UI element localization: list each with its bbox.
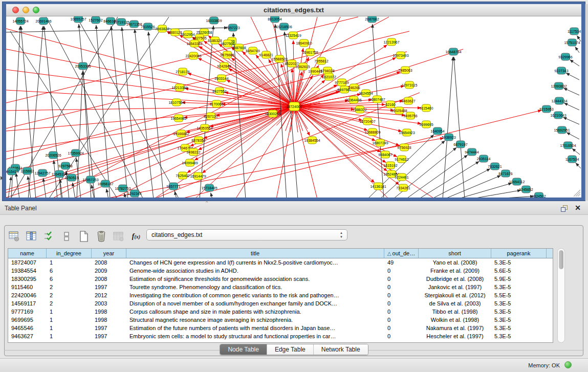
graph-node[interactable]: 746266 (348, 84, 360, 91)
graph-node[interactable]: 19654923 (399, 129, 415, 136)
column-header-name[interactable]: name (8, 249, 47, 258)
graph-node[interactable]: 1167534 (565, 156, 579, 163)
graph-edge[interactable] (122, 27, 138, 198)
graph-node[interactable]: 1640954 (430, 127, 444, 135)
graph-node[interactable]: 1117534 (568, 28, 581, 35)
graph-node[interactable]: 9474444 (465, 148, 478, 156)
graph-node[interactable]: 8813054 (268, 16, 281, 23)
graph-node[interactable]: 16958187 (97, 180, 113, 187)
graph-node[interactable]: 14099489 (182, 159, 198, 166)
column-header-short[interactable]: short (419, 249, 491, 258)
graph-node[interactable]: 2935114 (477, 155, 491, 162)
table-row[interactable]: 946362711997Embryonic stem cells: a mode… (8, 332, 553, 340)
graph-node[interactable]: 12213967 (383, 38, 399, 46)
graph-node[interactable]: 20691406 (35, 17, 51, 25)
graph-node[interactable]: 7625402 (176, 172, 189, 179)
window-titlebar[interactable]: citations_edges.txt (6, 4, 581, 16)
graph-node[interactable]: 9875685 (220, 51, 234, 58)
graph-edge[interactable] (419, 161, 480, 198)
graph-node[interactable]: 2687682 (365, 16, 379, 23)
graph-node[interactable]: 1615192 (383, 162, 397, 169)
graph-node[interactable]: 2803144 (214, 75, 228, 82)
graph-node[interactable]: 16033809 (206, 17, 222, 24)
graph-node[interactable]: 14136141 (370, 183, 386, 190)
graph-node[interactable]: 8471676 (498, 170, 512, 177)
table-row[interactable]: 969969511998Structural magnetic resonanc… (8, 316, 553, 324)
graph-node[interactable]: 10655257 (70, 16, 86, 23)
column-header-pagerank[interactable]: pagerank (491, 249, 547, 258)
graph-node[interactable]: 9857771 (166, 183, 180, 190)
graph-node[interactable]: 9245652 (519, 186, 533, 193)
graph-node[interactable]: 14055724 (12, 17, 28, 25)
graph-edge[interactable] (6, 106, 294, 172)
select-all-check-icon[interactable] (42, 230, 56, 243)
table-row[interactable]: 1830029562008Estimation of significance … (8, 275, 553, 283)
graph-edge[interactable] (470, 190, 521, 198)
tab-edge-table[interactable]: Edge Table (267, 344, 314, 355)
graph-node[interactable]: 3624554 (359, 90, 373, 97)
table-row[interactable]: 1456911722003Disruption of a novel membe… (8, 299, 553, 308)
graph-node[interactable]: 18640910 (296, 39, 312, 47)
graph-node[interactable]: 5938923 (442, 134, 455, 141)
table-row[interactable]: 977716911998Corpus callosum shape and si… (8, 308, 553, 316)
graph-edge[interactable] (111, 26, 128, 198)
network-view-window[interactable]: citations_edges.txt 14055724206914061065… (3, 2, 585, 201)
graph-edge[interactable] (233, 33, 246, 198)
graph-node[interactable]: 16961758 (302, 49, 318, 56)
graph-node[interactable]: 9297588 (58, 162, 72, 169)
graph-node[interactable]: 8215953 (539, 105, 553, 113)
selection-toggle-icon[interactable] (60, 230, 73, 243)
graph-edge[interactable] (6, 106, 294, 151)
graph-node[interactable]: 10807487 (369, 96, 385, 103)
column-header-out_de[interactable]: △out_de… (384, 249, 419, 258)
graph-node[interactable]: 8454749 (246, 47, 259, 54)
column-visibility-icon[interactable] (25, 230, 38, 243)
graph-node[interactable]: 1527602 (89, 16, 102, 24)
table-selector-dropdown[interactable]: citations_edges.txt ▲▼ (146, 229, 347, 240)
table-row[interactable]: 911546021997Tourette syndrome. Phenomeno… (8, 283, 553, 291)
graph-edge[interactable] (49, 17, 169, 198)
graph-node[interactable]: 17016504 (560, 142, 576, 149)
graph-node[interactable]: 10688809 (364, 128, 380, 136)
delete-table-icon[interactable] (112, 230, 125, 243)
table-row[interactable]: 946554611997Estimation of the future num… (8, 324, 553, 332)
graph-node[interactable]: 6879197 (453, 141, 467, 148)
graph-node[interactable]: 1621072 (322, 73, 336, 80)
graph-node[interactable]: 10654112 (509, 178, 525, 185)
graph-edge[interactable] (179, 110, 541, 198)
graph-node[interactable]: 17957253 (82, 176, 98, 183)
graph-edge[interactable] (54, 160, 57, 198)
graph-edge[interactable] (6, 106, 294, 192)
delete-column-icon[interactable] (95, 230, 108, 243)
window-resize-grip[interactable] (572, 189, 581, 197)
graph-edge[interactable] (443, 57, 453, 198)
graph-edge[interactable] (406, 155, 468, 198)
graph-node[interactable]: 1292344 (127, 190, 141, 197)
graph-node[interactable]: 17359924 (68, 149, 83, 157)
graph-node[interactable]: 15751074 (564, 39, 580, 46)
graph-node[interactable]: 8878352 (191, 137, 205, 144)
table-row[interactable]: 1872400712008Changes of HCN gene express… (8, 258, 553, 267)
graph-node[interactable]: 9115460 (420, 104, 433, 112)
table-row[interactable]: 1938455462009Genome-wide association stu… (8, 267, 553, 275)
graph-node[interactable]: 9699695 (419, 121, 433, 128)
graph-node[interactable]: 62160 (385, 101, 396, 108)
new-column-icon[interactable] (77, 230, 91, 243)
graph-node[interactable]: 9824502 (532, 192, 546, 198)
table-scrollbar[interactable] (557, 248, 565, 343)
tab-network-table[interactable]: Network Table (314, 344, 368, 355)
tab-node-table[interactable]: Node Table (220, 344, 267, 355)
graph-node[interactable]: 9463627 (401, 97, 415, 104)
graph-node[interactable]: 9329966 (558, 53, 572, 60)
graph-node[interactable]: 12942757 (34, 169, 50, 177)
graph-edge[interactable] (96, 25, 110, 198)
graph-node[interactable]: 8860128 (168, 29, 182, 36)
graph-node[interactable]: 8427552 (212, 87, 226, 95)
close-panel-icon[interactable]: ✕ (575, 204, 581, 212)
graph-edge[interactable] (294, 106, 375, 183)
network-canvas[interactable]: 1405572420691406106552571527602846616010… (6, 16, 581, 198)
graph-edge[interactable] (226, 80, 294, 106)
graph-node[interactable]: 7334261 (396, 184, 410, 191)
graph-node[interactable]: 7857223 (226, 24, 239, 31)
float-panel-icon[interactable] (561, 205, 568, 212)
